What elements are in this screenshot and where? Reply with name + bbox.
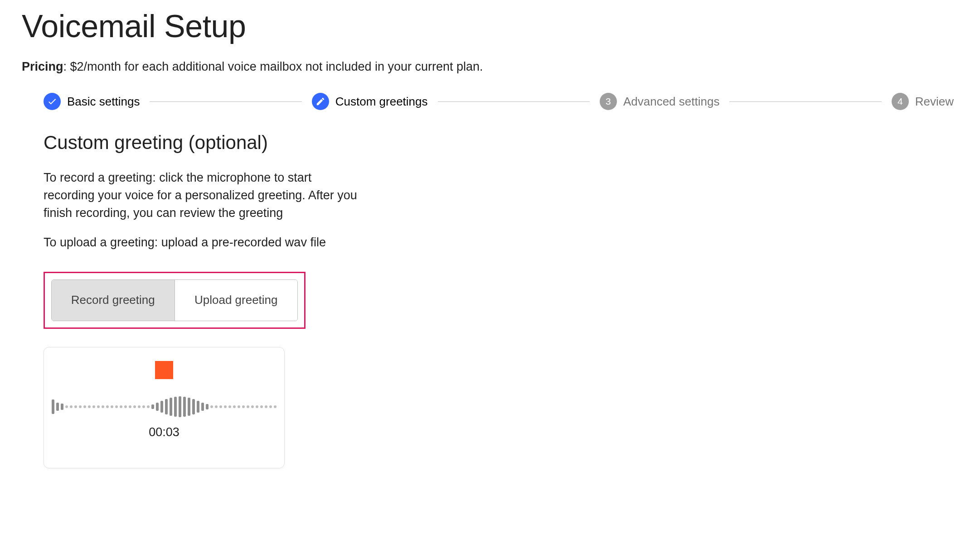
- waveform-bar: [201, 403, 204, 411]
- waveform-bar: [206, 404, 209, 409]
- stop-recording-button[interactable]: [155, 361, 173, 379]
- pricing-text: : $2/month for each additional voice mai…: [63, 60, 483, 73]
- step-label: Custom greetings: [335, 95, 428, 109]
- pricing-line: Pricing: $2/month for each additional vo…: [22, 60, 958, 74]
- page-root: Voicemail Setup Pricing: $2/month for ea…: [0, 0, 980, 490]
- step-label: Review: [915, 95, 954, 109]
- waveform-bar: [156, 403, 159, 411]
- waveform-dot: [92, 405, 95, 408]
- waveform-dot: [74, 405, 77, 408]
- waveform-dot: [147, 405, 150, 408]
- waveform-dot: [138, 405, 141, 408]
- greeting-mode-toggle: Record greeting Upload greeting: [51, 279, 298, 321]
- record-greeting-button[interactable]: Record greeting: [52, 280, 175, 321]
- waveform-bar: [160, 401, 163, 413]
- waveform-dot: [124, 405, 127, 408]
- check-icon: [44, 93, 61, 110]
- step-label: Basic settings: [67, 95, 140, 109]
- waveform-bar: [183, 397, 186, 417]
- step-custom-greetings[interactable]: Custom greetings: [312, 93, 428, 110]
- waveform-dot: [88, 405, 91, 408]
- waveform: [52, 394, 277, 419]
- pricing-label: Pricing: [22, 60, 63, 73]
- waveform-dot: [233, 405, 236, 408]
- section-body: To record a greeting: click the micropho…: [44, 169, 958, 252]
- waveform-dot: [83, 405, 86, 408]
- waveform-dot: [210, 405, 213, 408]
- upload-greeting-button[interactable]: Upload greeting: [175, 280, 298, 321]
- toggle-highlight-box: Record greeting Upload greeting: [44, 272, 306, 329]
- instructions-record: To record a greeting: click the micropho…: [44, 169, 361, 222]
- step-review[interactable]: 4 Review: [892, 93, 954, 110]
- recording-timer: 00:03: [149, 425, 180, 439]
- waveform-dot: [106, 405, 109, 408]
- waveform-bar: [151, 404, 154, 409]
- edit-icon: [312, 93, 329, 110]
- waveform-dot: [115, 405, 118, 408]
- waveform-dot: [238, 405, 240, 408]
- waveform-dot: [219, 405, 222, 408]
- waveform-dot: [256, 405, 258, 408]
- waveform-bar: [61, 404, 63, 410]
- section-title: Custom greeting (optional): [44, 132, 958, 154]
- step-basic-settings[interactable]: Basic settings: [44, 93, 140, 110]
- step-connector: [438, 101, 590, 102]
- page-title: Voicemail Setup: [22, 8, 958, 44]
- waveform-dot: [265, 405, 267, 408]
- step-connector: [150, 101, 301, 102]
- waveform-bar: [170, 398, 172, 416]
- waveform-bar: [197, 401, 199, 413]
- step-label: Advanced settings: [623, 95, 719, 109]
- waveform-dot: [102, 405, 104, 408]
- waveform-dot: [260, 405, 263, 408]
- stepper: Basic settings Custom greetings 3 Advanc…: [22, 93, 958, 110]
- waveform-dot: [133, 405, 136, 408]
- waveform-dot: [79, 405, 82, 408]
- section-custom-greeting: Custom greeting (optional) To record a g…: [22, 132, 958, 468]
- waveform-dot: [70, 405, 73, 408]
- instructions-upload: To upload a greeting: upload a pre-recor…: [44, 234, 361, 251]
- waveform-bar: [56, 403, 59, 411]
- waveform-dot: [129, 405, 131, 408]
- step-number-icon: 3: [600, 93, 617, 110]
- waveform-dot: [242, 405, 245, 408]
- recorder-card: 00:03: [44, 347, 285, 468]
- step-number-icon: 4: [892, 93, 909, 110]
- waveform-bar: [165, 399, 168, 414]
- step-connector: [729, 101, 881, 102]
- waveform-bar: [174, 397, 177, 417]
- waveform-dot: [97, 405, 100, 408]
- waveform-dot: [269, 405, 272, 408]
- step-advanced-settings[interactable]: 3 Advanced settings: [600, 93, 719, 110]
- waveform-dot: [120, 405, 122, 408]
- waveform-bar: [179, 396, 181, 417]
- waveform-dot: [215, 405, 218, 408]
- waveform-dot: [247, 405, 249, 408]
- waveform-dot: [228, 405, 231, 408]
- waveform-bar: [188, 398, 190, 416]
- waveform-dot: [251, 405, 254, 408]
- waveform-bar: [192, 399, 195, 414]
- waveform-dot: [65, 405, 68, 408]
- waveform-dot: [274, 405, 277, 408]
- waveform-dot: [111, 405, 113, 408]
- waveform-bar: [52, 399, 54, 414]
- waveform-dot: [224, 405, 227, 408]
- waveform-dot: [142, 405, 145, 408]
